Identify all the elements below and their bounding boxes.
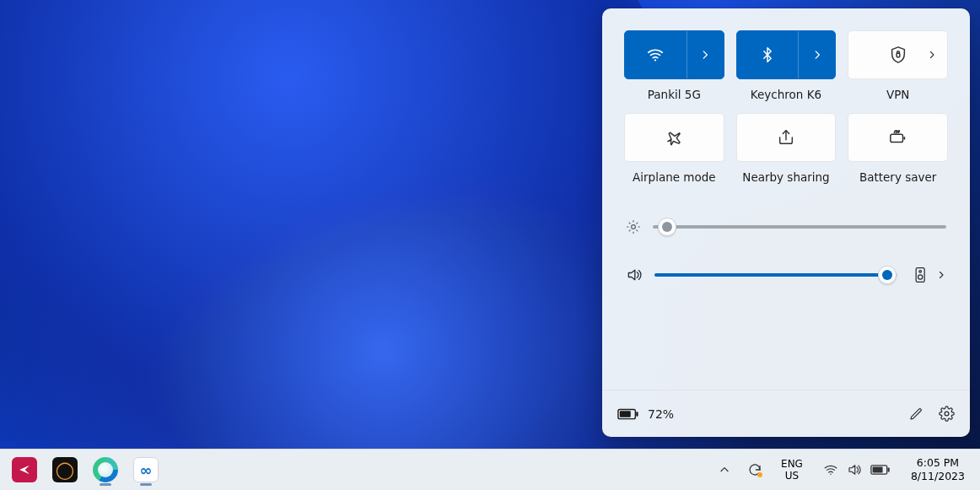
taskbar-app-edge[interactable] [88, 452, 123, 487]
battery-icon [617, 407, 639, 421]
panel-footer: 72% [602, 390, 970, 437]
battery-percent-text: 72% [648, 407, 674, 421]
volume-trailing [914, 267, 946, 283]
airplane-icon [665, 128, 683, 147]
svg-rect-9 [636, 412, 638, 417]
brightness-icon[interactable] [626, 219, 641, 234]
brightness-thumb[interactable] [658, 218, 676, 236]
svg-rect-10 [620, 411, 631, 417]
chevron-right-icon [699, 49, 711, 61]
share-icon [777, 128, 795, 147]
audio-output-icon[interactable] [914, 267, 928, 283]
nearby-label: Nearby sharing [742, 170, 829, 184]
vpn-tile-group: VPN [848, 30, 948, 101]
airplane-label: Airplane mode [633, 170, 716, 184]
language-line2: US [785, 470, 799, 482]
svg-point-7 [918, 275, 923, 279]
quick-settings-tiles: Pankil 5G Keychron K6 [602, 8, 970, 184]
tray-overflow-button[interactable] [712, 453, 737, 487]
volume-slider[interactable] [654, 273, 897, 277]
app-icon: ∞ [133, 457, 159, 482]
battery-saver-label: Battery saver [859, 170, 936, 184]
bluetooth-toggle[interactable] [737, 31, 799, 78]
volume-thumb[interactable] [878, 266, 897, 284]
clock-time: 6:05 PM [917, 456, 959, 470]
wifi-icon [823, 462, 838, 477]
airplane-tile[interactable] [624, 113, 724, 162]
svg-point-12 [830, 474, 832, 476]
brightness-slider[interactable] [653, 225, 946, 229]
tray-sync-button[interactable] [740, 453, 769, 487]
sliders-section [602, 196, 970, 292]
svg-point-6 [919, 271, 922, 273]
taskbar-app-2[interactable]: ◯ [47, 452, 83, 487]
bluetooth-expand-button[interactable] [798, 31, 835, 78]
vpn-label: VPN [886, 88, 909, 101]
bluetooth-icon [759, 46, 776, 63]
sync-icon [747, 462, 762, 477]
taskbar-right: ENG US 6:05 PM 8/11/2023 [712, 450, 973, 490]
nearby-tile[interactable] [736, 113, 837, 162]
quick-settings-panel: Pankil 5G Keychron K6 [602, 8, 970, 437]
brightness-row [626, 219, 946, 234]
chevron-right-icon[interactable] [936, 270, 946, 280]
app-icon [12, 457, 37, 482]
speaker-icon [847, 462, 862, 477]
volume-fill [654, 273, 887, 277]
taskbar-left: ◯ ∞ [7, 452, 164, 487]
edit-pencil-icon[interactable] [908, 407, 923, 422]
clock-button[interactable]: 6:05 PM 8/11/2023 [902, 453, 973, 487]
footer-actions [908, 406, 955, 422]
wifi-label: Pankil 5G [648, 88, 701, 101]
speaker-icon[interactable] [626, 267, 643, 283]
nearby-tile-group: Nearby sharing [736, 113, 837, 184]
wifi-tile-group: Pankil 5G [624, 30, 724, 101]
battery-status[interactable]: 72% [617, 407, 674, 421]
battery-icon [870, 464, 891, 476]
taskbar-app-1[interactable] [7, 452, 42, 487]
battery-saver-tile[interactable] [848, 113, 948, 162]
battery-saver-tile-group: Battery saver [848, 113, 948, 184]
svg-rect-3 [903, 137, 905, 140]
bluetooth-tile[interactable] [736, 30, 837, 79]
airplane-tile-group: Airplane mode [624, 113, 724, 184]
svg-point-4 [632, 225, 636, 229]
shield-lock-icon [889, 46, 907, 64]
chevron-right-icon [927, 50, 937, 60]
app-icon: ◯ [52, 457, 78, 482]
svg-rect-15 [872, 467, 882, 473]
chevron-up-icon [719, 464, 730, 476]
volume-row [626, 267, 946, 283]
bluetooth-tile-group: Keychron K6 [736, 30, 837, 101]
chevron-right-icon [811, 49, 823, 61]
language-button[interactable]: ENG US [773, 453, 811, 487]
wifi-icon [646, 46, 665, 64]
wifi-toggle[interactable] [625, 31, 687, 78]
svg-point-11 [945, 412, 949, 416]
vpn-tile[interactable] [848, 30, 948, 79]
wifi-tile[interactable] [624, 30, 724, 79]
svg-rect-2 [890, 134, 902, 142]
clock-date: 8/11/2023 [911, 470, 965, 483]
system-tray-button[interactable] [815, 453, 899, 487]
taskbar: ◯ ∞ ENG US 6:05 PM 8/11/2023 [0, 449, 980, 490]
settings-gear-icon[interactable] [939, 406, 955, 422]
battery-saver-icon [888, 128, 908, 147]
svg-rect-14 [887, 467, 889, 471]
edge-icon [93, 457, 118, 482]
bluetooth-label: Keychron K6 [751, 88, 821, 101]
language-line1: ENG [781, 458, 803, 470]
wifi-expand-button[interactable] [687, 31, 724, 78]
svg-point-0 [654, 59, 656, 61]
taskbar-app-4[interactable]: ∞ [128, 452, 164, 487]
